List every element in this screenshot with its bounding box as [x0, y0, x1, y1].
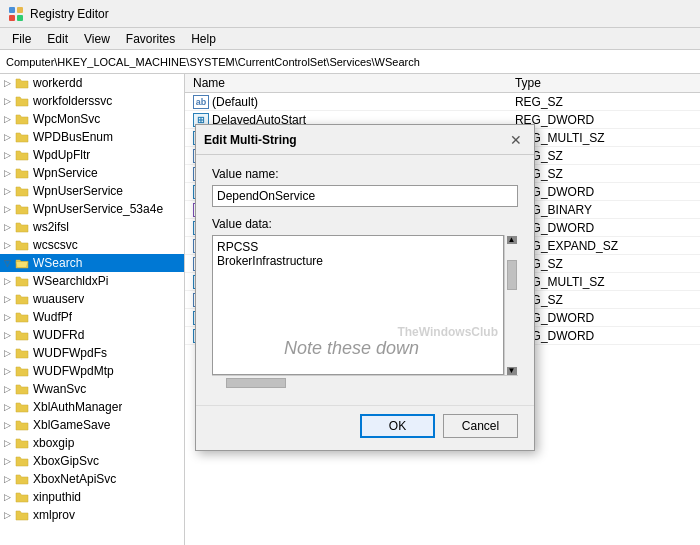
menu-file[interactable]: File [4, 30, 39, 48]
dialog-footer: OK Cancel [196, 405, 534, 450]
tree-panel: ▷ workerdd ▷ workfolderssvc ▷ WpcMonSvc [0, 74, 185, 545]
folder-icon [14, 472, 30, 486]
dialog-title-bar: Edit Multi-String ✕ [196, 125, 534, 155]
tree-item-xmlprov[interactable]: ▷ xmlprov [0, 506, 184, 524]
expand-arrow: ▷ [0, 186, 14, 196]
type-cell: REG_SZ [507, 291, 700, 309]
tree-item-wpnuserservice[interactable]: ▷ WpnUserService [0, 182, 184, 200]
folder-icon [14, 148, 30, 162]
tree-item-workfolderssvc[interactable]: ▷ workfolderssvc [0, 92, 184, 110]
tree-item-wudfwpdmtp[interactable]: ▷ WUDFWpdMtp [0, 362, 184, 380]
name-cell: ab (Default) [185, 93, 507, 111]
folder-icon [14, 310, 30, 324]
tree-item-wpnservice[interactable]: ▷ WpnService [0, 164, 184, 182]
tree-item-wwansvc[interactable]: ▷ WwanSvc [0, 380, 184, 398]
expand-arrow: ▷ [0, 330, 14, 340]
tree-item-xinputhid[interactable]: ▷ xinputhid [0, 488, 184, 506]
tree-item-wpnuserservice53a4e[interactable]: ▷ WpnUserService_53a4e [0, 200, 184, 218]
menu-view[interactable]: View [76, 30, 118, 48]
tree-label: WpnUserService [33, 184, 123, 198]
menu-favorites[interactable]: Favorites [118, 30, 183, 48]
tree-item-wpcmonsvc[interactable]: ▷ WpcMonSvc [0, 110, 184, 128]
tree-item-wpdbusenum[interactable]: ▷ WPDBusEnum [0, 128, 184, 146]
menu-help[interactable]: Help [183, 30, 224, 48]
tree-label: WUDFRd [33, 328, 84, 342]
expand-arrow: ▷ [0, 474, 14, 484]
tree-label: wuauserv [33, 292, 84, 306]
tree-item-xboxgipsvc[interactable]: ▷ XboxGipSvc [0, 452, 184, 470]
main-content: ▷ workerdd ▷ workfolderssvc ▷ WpcMonSvc [0, 74, 700, 545]
address-path: Computer\HKEY_LOCAL_MACHINE\SYSTEM\Curre… [6, 56, 420, 68]
value-data-section: Value data: RPCSS BrokerInfrastructure ▲… [212, 217, 518, 389]
tree-label: wcscsvc [33, 238, 78, 252]
menu-bar: File Edit View Favorites Help [0, 28, 700, 50]
tree-label: WUDFWpdFs [33, 346, 107, 360]
tree-label: workerdd [33, 76, 82, 90]
tree-item-xboxnetapisvc[interactable]: ▷ XboxNetApiSvc [0, 470, 184, 488]
expand-arrow: ▷ [0, 222, 14, 232]
folder-icon [14, 202, 30, 216]
tree-item-wudfwpdfs[interactable]: ▷ WUDFWpdFs [0, 344, 184, 362]
type-cell: REG_DWORD [507, 219, 700, 237]
folder-open-icon [14, 256, 30, 270]
tree-item-wudfrd[interactable]: ▷ WUDFRd [0, 326, 184, 344]
folder-icon [14, 364, 30, 378]
folder-icon [14, 238, 30, 252]
expand-arrow: ▷ [0, 510, 14, 520]
col-name: Name [185, 74, 507, 93]
tree-item-wsearch[interactable]: ▽ WSearch [0, 254, 184, 272]
folder-icon [14, 346, 30, 360]
type-cell: REG_SZ [507, 147, 700, 165]
app-icon [8, 6, 24, 22]
horizontal-scrollbar[interactable] [212, 375, 518, 389]
value-name-input[interactable] [212, 185, 518, 207]
tree-item-xblgamesave[interactable]: ▷ XblGameSave [0, 416, 184, 434]
expand-arrow: ▷ [0, 402, 14, 412]
type-cell: REG_EXPAND_SZ [507, 237, 700, 255]
svg-rect-3 [17, 15, 23, 21]
type-cell: REG_SZ [507, 165, 700, 183]
dialog-body: Value name: Value data: RPCSS BrokerInfr… [196, 155, 534, 401]
type-cell: REG_DWORD [507, 327, 700, 345]
tree-label: xinputhid [33, 490, 81, 504]
table-row[interactable]: ab (Default) REG_SZ [185, 93, 700, 111]
tree-label: WpcMonSvc [33, 112, 100, 126]
svg-rect-2 [9, 15, 15, 21]
svg-rect-1 [17, 7, 23, 13]
tree-label: WSearch [33, 256, 82, 270]
vertical-scrollbar[interactable]: ▲ ▼ [504, 235, 518, 375]
scrollbar-thumb[interactable] [507, 260, 517, 290]
ok-button[interactable]: OK [360, 414, 435, 438]
scroll-up-arrow[interactable]: ▲ [507, 236, 517, 244]
tree-label: WpnUserService_53a4e [33, 202, 163, 216]
tree-item-ws2ifsl[interactable]: ▷ ws2ifsl [0, 218, 184, 236]
dialog-title: Edit Multi-String [204, 133, 297, 147]
value-data-textarea[interactable]: RPCSS BrokerInfrastructure [212, 235, 504, 375]
type-cell: REG_MULTI_SZ [507, 129, 700, 147]
dialog-close-button[interactable]: ✕ [506, 130, 526, 150]
expand-arrow: ▷ [0, 204, 14, 214]
scroll-down-arrow[interactable]: ▼ [507, 367, 517, 375]
menu-edit[interactable]: Edit [39, 30, 76, 48]
tree-label: XboxGipSvc [33, 454, 99, 468]
tree-item-xboxgip[interactable]: ▷ xboxgip [0, 434, 184, 452]
type-cell: REG_BINARY [507, 201, 700, 219]
tree-item-wuauserv[interactable]: ▷ wuauserv [0, 290, 184, 308]
tree-item-wcscsvc[interactable]: ▷ wcscsvc [0, 236, 184, 254]
col-type: Type [507, 74, 700, 93]
folder-icon [14, 490, 30, 504]
folder-icon [14, 112, 30, 126]
hscrollbar-thumb[interactable] [226, 378, 286, 388]
folder-icon [14, 274, 30, 288]
tree-item-wudfpf[interactable]: ▷ WudfPf [0, 308, 184, 326]
tree-item-wpdupfltr[interactable]: ▷ WpdUpFltr [0, 146, 184, 164]
cancel-button[interactable]: Cancel [443, 414, 518, 438]
expand-arrow: ▷ [0, 114, 14, 124]
tree-label: WwanSvc [33, 382, 86, 396]
tree-item-workerdd[interactable]: ▷ workerdd [0, 74, 184, 92]
type-cell: REG_DWORD [507, 309, 700, 327]
tree-item-xblauthmanager[interactable]: ▷ XblAuthManager [0, 398, 184, 416]
svg-rect-0 [9, 7, 15, 13]
folder-icon [14, 166, 30, 180]
tree-item-wsearchldxpi[interactable]: ▷ WSearchldxPi [0, 272, 184, 290]
